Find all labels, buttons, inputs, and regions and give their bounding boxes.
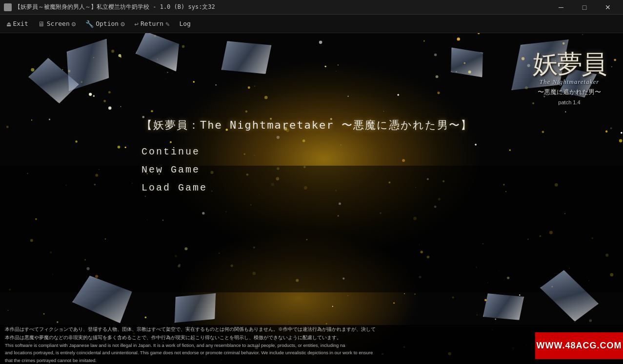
pencil-icon: ✎	[165, 20, 169, 28]
app-icon	[4, 3, 12, 11]
maximize-button[interactable]: □	[573, 0, 596, 15]
title-bar: 【妖夢員～被魔附身的男人～】私立樱兰坊牛奶学校 - 1.0 (B) sys:文3…	[0, 0, 623, 15]
continue-button[interactable]: Continue	[141, 146, 472, 157]
game-area: 妖夢員 The Nightmaretaker 〜悪魔に遮かれた男〜 patch …	[0, 33, 623, 364]
close-button[interactable]: ✕	[597, 0, 619, 15]
new-game-button[interactable]: New Game	[141, 164, 472, 175]
game-title: 【妖夢員：The Nightmaretaker 〜悪魔に憑かれた男〜】	[141, 118, 472, 133]
logo-subtitle2: 〜悪魔に遮かれた男〜	[538, 88, 601, 96]
logo-subtitle1: The Nightmaretaker	[540, 78, 600, 86]
disclaimer-en-1: This software is compliant with Japanese…	[5, 342, 618, 348]
disclaimer-area: 本作品はすべてフィクションであり、登場する人物、団体、宗教はすべて架空で、実在す…	[0, 325, 623, 364]
logo-patch: patch 1.4	[558, 99, 580, 105]
load-game-button[interactable]: Load Game	[141, 182, 472, 193]
exit-icon: ⏏	[7, 20, 11, 28]
logo-main-text: 妖夢員	[533, 52, 606, 77]
disclaimer-jp-1: 本作品はすべてフィクションであり、登場する人物、団体、宗教はすべて架空で、実在す…	[5, 326, 618, 333]
titlebar-left: 【妖夢員～被魔附身的男人～】私立樱兰坊牛奶学校 - 1.0 (B) sys:文3…	[4, 3, 215, 11]
watermark: WWW.48ACG.COM	[535, 332, 623, 359]
menu-exit[interactable]: ⏏ Exit	[2, 18, 33, 30]
option-icon: 🔧	[85, 20, 94, 28]
disclaimer-en-2: and locations portrayed, is entirely coi…	[5, 349, 618, 356]
menu-exit-label: Exit	[13, 20, 28, 27]
menu-return[interactable]: ↩ Return ✎	[130, 18, 175, 30]
option-gear-icon: ⚙	[121, 20, 124, 28]
menu-bar: ⏏ Exit 🖥 Screen ⚙ 🔧 Option ⚙ ↩ Return ✎ …	[0, 15, 623, 33]
disclaimer-jp-2: 本作品は悪魔や夢魔のなどの非現実的な描写を多く含めることで、作中行為が現実に起こ…	[5, 334, 618, 341]
menu-log-label: Log	[179, 20, 190, 27]
screen-icon: 🖥	[38, 20, 45, 28]
menu-option[interactable]: 🔧 Option ⚙	[80, 18, 129, 30]
screen-gear-icon: ⚙	[72, 20, 76, 28]
watermark-text: WWW.48ACG.COM	[537, 341, 622, 351]
minimize-button[interactable]: ─	[550, 0, 572, 15]
window-controls: ─ □ ✕	[550, 0, 619, 15]
menu-option-label: Option	[96, 20, 119, 27]
menu-screen[interactable]: 🖥 Screen ⚙	[33, 18, 80, 30]
menu-screen-label: Screen	[47, 20, 70, 27]
game-menu: 【妖夢員：The Nightmaretaker 〜悪魔に憑かれた男〜】 Cont…	[141, 118, 472, 200]
disclaimer-en-3: that the crimes portrayed cannot be imit…	[5, 357, 618, 364]
school-badge: 乳学校	[601, 362, 623, 364]
menu-log[interactable]: Log	[174, 18, 195, 29]
return-icon: ↩	[135, 20, 139, 28]
menu-return-label: Return	[141, 20, 163, 27]
window-title: 【妖夢員～被魔附身的男人～】私立樱兰坊牛奶学校 - 1.0 (B) sys:文3…	[15, 3, 215, 11]
logo-area: 妖夢員 The Nightmaretaker 〜悪魔に遮かれた男〜 patch …	[516, 33, 623, 123]
